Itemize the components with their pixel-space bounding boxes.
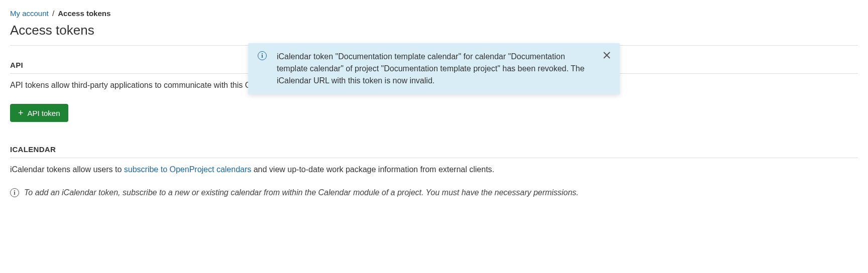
notification-toast: i iCalendar token "Documentation templat… (248, 43, 620, 94)
section-icalendar: ICALENDAR iCalendar tokens allow users t… (10, 145, 858, 197)
breadcrumb-separator: / (52, 9, 54, 18)
plus-icon: + (18, 108, 24, 117)
breadcrumb-current: Access tokens (58, 9, 111, 18)
notification-message: iCalendar token "Documentation template … (277, 52, 585, 85)
add-api-token-label: API token (28, 109, 60, 117)
icalendar-hint-text: To add an iCalendar token, subscribe to … (24, 188, 579, 197)
breadcrumb-parent-link[interactable]: My account (10, 9, 49, 18)
info-icon: i (10, 188, 19, 197)
close-icon (603, 52, 610, 59)
close-toast-button[interactable] (601, 50, 612, 61)
section-icalendar-description: iCalendar tokens allow users to subscrib… (10, 165, 858, 174)
icalendar-hint: i To add an iCalendar token, subscribe t… (10, 188, 858, 197)
section-icalendar-heading: ICALENDAR (10, 145, 858, 154)
info-icon: i (258, 51, 267, 60)
icalendar-desc-prefix: iCalendar tokens allow users to (10, 165, 124, 174)
section-icalendar-divider (10, 158, 858, 158)
subscribe-calendars-link[interactable]: subscribe to OpenProject calendars (124, 165, 251, 174)
page-title: Access tokens (10, 23, 858, 38)
breadcrumb: My account / Access tokens (10, 9, 858, 18)
add-api-token-button[interactable]: + API token (10, 104, 68, 122)
icalendar-desc-suffix: and view up-to-date work package informa… (251, 165, 494, 174)
